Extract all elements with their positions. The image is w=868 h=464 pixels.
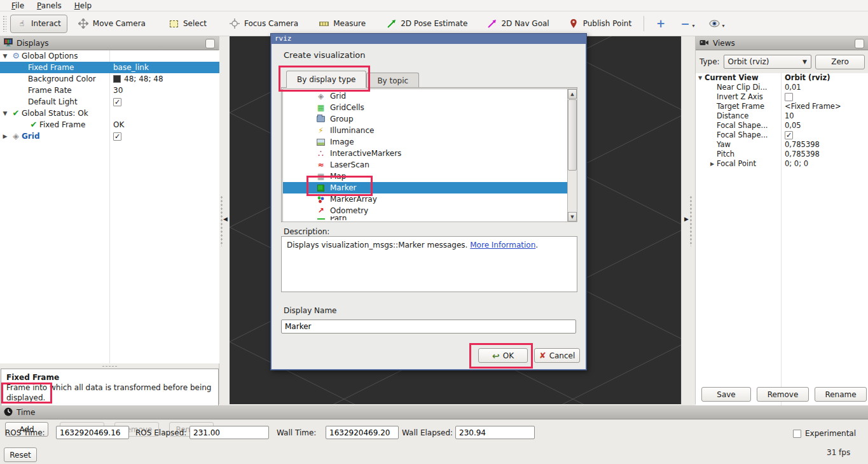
row-value[interactable]: 0,785398 (785, 140, 820, 150)
display-type-list[interactable]: ◈ Grid ▦ GridCells Group ⚡ Illuminance I… (282, 88, 577, 222)
tree-row-grid[interactable]: ◈ Grid (0, 130, 219, 142)
tab-by-topic[interactable]: By topic (366, 73, 419, 88)
tree-row-invert-z[interactable]: Invert Z Axis (696, 92, 868, 102)
list-item-group[interactable]: Group (283, 113, 577, 125)
collapse-right-icon[interactable]: ▶ (684, 216, 689, 222)
measure-tool-button[interactable]: Measure (313, 15, 371, 32)
panel-float-button[interactable] (205, 39, 215, 48)
tree-row-background-color[interactable]: Background Color 48; 48; 48 (0, 73, 219, 85)
zero-button[interactable]: Zero (815, 55, 865, 69)
remove-view-button[interactable]: Remove (757, 387, 809, 402)
tree-row-status-fixed-frame[interactable]: ✔ Fixed Frame OK (0, 119, 219, 130)
magenta-arrow-icon (486, 18, 497, 29)
list-item-odometry[interactable]: ↗ Odometry (283, 205, 577, 216)
expander-right-icon[interactable] (0, 130, 10, 142)
tool-properties-button[interactable]: ▾ (703, 15, 731, 32)
tree-column-divider[interactable] (781, 73, 782, 418)
row-value[interactable]: base_link (113, 62, 149, 73)
tree-row-fixed-frame[interactable]: Fixed Frame base_link (0, 62, 219, 73)
reset-button[interactable]: Reset (4, 447, 37, 462)
publish-point-tool-button[interactable]: Publish Point (563, 15, 637, 32)
splitter-handle[interactable] (690, 195, 692, 246)
tree-row-focal-shape-size[interactable]: Focal Shape... 0,05 (696, 121, 868, 130)
expander-down-icon[interactable] (696, 73, 705, 83)
checkbox-unchecked[interactable] (785, 93, 793, 101)
row-value[interactable]: 10 (785, 111, 794, 121)
splitter-handle[interactable] (221, 195, 223, 246)
wall-elapsed-input[interactable] (455, 426, 535, 439)
tree-row-default-light[interactable]: Default Light (0, 96, 219, 108)
tree-row-target-frame[interactable]: Target Frame <Fixed Frame> (696, 102, 868, 111)
scrollbar-thumb[interactable] (568, 99, 577, 171)
list-item-map[interactable]: ▦ Map (283, 171, 577, 182)
row-value[interactable]: <Fixed Frame> (785, 102, 841, 111)
move-camera-tool-button[interactable]: Move Camera (72, 15, 151, 32)
tree-row-pitch[interactable]: Pitch 0,785398 (696, 150, 868, 159)
tree-row-focal-point[interactable]: Focal Point 0; 0; 0 (696, 159, 868, 169)
tree-row-frame-rate[interactable]: Frame Rate 30 (0, 85, 219, 96)
list-item-marker-selected[interactable]: Marker (283, 182, 577, 193)
collapse-left-icon[interactable]: ◀ (223, 216, 228, 222)
row-value[interactable]: 0,01 (785, 83, 801, 92)
tree-row-focal-shape-fixed[interactable]: Focal Shape... (696, 130, 868, 140)
expander-down-icon[interactable] (0, 50, 10, 62)
panel-float-button[interactable] (855, 39, 864, 48)
toolbar-grip[interactable] (3, 15, 6, 32)
tree-row-current-view[interactable]: Current View Orbit (rviz) (696, 73, 868, 83)
checkbox-checked[interactable] (785, 131, 793, 139)
ok-button[interactable]: ↩ OK (478, 348, 528, 363)
view-type-combobox[interactable]: Orbit (rviz) ▼ (724, 55, 811, 69)
expander-down-icon[interactable] (0, 108, 10, 119)
left-splitter[interactable]: ◀ (219, 36, 230, 404)
list-item-laserscan[interactable]: ≈ LaserScan (283, 159, 577, 171)
row-value[interactable]: 0; 0; 0 (785, 159, 808, 169)
tree-row-distance[interactable]: Distance 10 (696, 111, 868, 121)
menu-help[interactable]: Help (69, 1, 97, 11)
right-splitter[interactable]: ▶ (681, 36, 695, 404)
checkbox-checked[interactable] (113, 98, 121, 106)
tree-row-yaw[interactable]: Yaw 0,785398 (696, 140, 868, 150)
checkbox-unchecked[interactable] (793, 430, 801, 438)
list-item-path-clipped[interactable]: Path (283, 216, 577, 220)
nav-goal-tool-button[interactable]: 2D Nav Goal (481, 15, 555, 32)
list-scrollbar[interactable]: ▲ ▼ (567, 89, 577, 221)
display-name-input[interactable] (281, 320, 576, 334)
ros-time-input[interactable] (56, 426, 129, 439)
pose-estimate-tool-button[interactable]: 2D Pose Estimate (380, 15, 473, 32)
dropdown-caret-icon: ▾ (722, 23, 725, 29)
tree-row-near-clip[interactable]: Near Clip Di... 0,01 (696, 83, 868, 92)
tab-by-display-type[interactable]: By display type (286, 71, 366, 88)
menu-panels[interactable]: Panels (32, 1, 67, 11)
checkbox-checked[interactable] (113, 132, 121, 141)
wall-time-input[interactable] (326, 426, 399, 439)
scroll-up-icon[interactable]: ▲ (568, 89, 577, 99)
select-tool-button[interactable]: Select (163, 15, 212, 32)
list-item-markerarray[interactable]: MarkerArray (283, 193, 577, 205)
add-tool-button[interactable]: + (651, 15, 671, 32)
row-value[interactable]: 30 (113, 85, 123, 96)
tree-row-global-options[interactable]: ⚙ Global Options (0, 50, 219, 62)
list-item-grid[interactable]: ◈ Grid (283, 90, 577, 102)
list-item-illuminance[interactable]: ⚡ Illuminance (283, 125, 577, 136)
remove-tool-button[interactable]: − ▾ (675, 15, 700, 32)
more-information-link[interactable]: More Information (470, 241, 535, 250)
ros-elapsed-input[interactable] (189, 426, 269, 439)
interact-tool-button[interactable]: ☝ Interact (10, 15, 67, 33)
expander-right-icon[interactable] (708, 159, 717, 169)
list-item-image[interactable]: Image (283, 136, 577, 148)
tree-row-global-status[interactable]: ✔ Global Status: Ok (0, 108, 219, 119)
menu-file[interactable]: File (6, 1, 29, 11)
rename-view-button[interactable]: Rename (815, 387, 867, 402)
row-value[interactable]: 0,785398 (785, 150, 820, 159)
focus-camera-tool-button[interactable]: Focus Camera (224, 15, 304, 32)
scroll-down-icon[interactable]: ▼ (568, 212, 577, 221)
save-button[interactable]: Save (701, 387, 751, 402)
move-arrows-icon (78, 18, 89, 29)
row-value[interactable]: 0,05 (785, 121, 801, 130)
row-value[interactable]: 48; 48; 48 (124, 73, 163, 85)
list-item-interactivemarkers[interactable]: ∴ InteractiveMarkers (283, 148, 577, 159)
panel-splitter[interactable] (0, 363, 219, 369)
dialog-titlebar[interactable]: rviz (271, 34, 586, 44)
list-item-gridcells[interactable]: ▦ GridCells (283, 102, 577, 113)
cancel-button[interactable]: ✘ Cancel (534, 348, 580, 363)
